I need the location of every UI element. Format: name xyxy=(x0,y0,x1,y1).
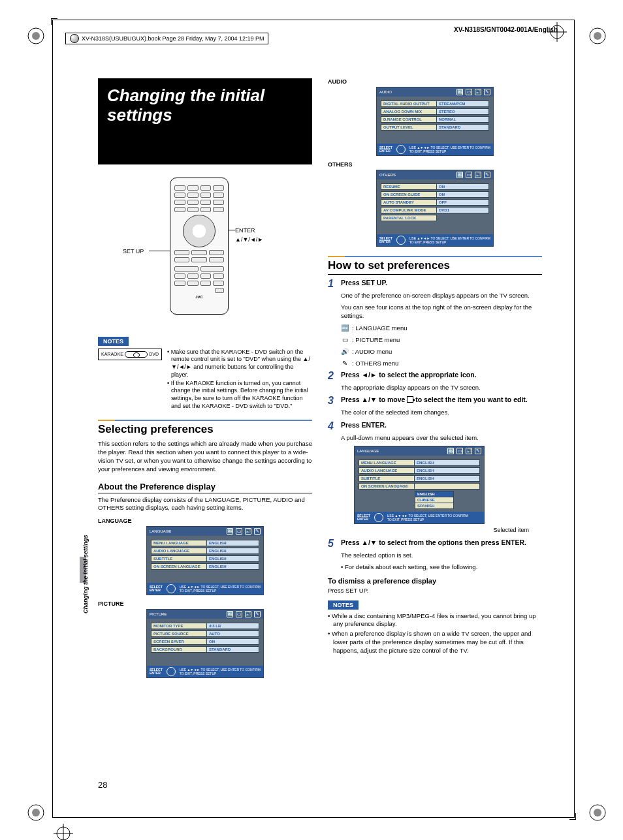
notes-badge: NOTES xyxy=(98,337,129,346)
book-info-text: XV-N318S(USUBUGUX).book Page 28 Friday, … xyxy=(82,35,264,42)
osd-key: ANALOG DOWN MIX xyxy=(381,108,437,115)
osd-key: SCREEN SAVER xyxy=(151,638,207,645)
notes-badge: NOTES xyxy=(328,600,359,610)
step-title: Press ◄/► to select the appropriate icon… xyxy=(341,371,542,379)
osd-key: SUBTITLE xyxy=(359,475,415,482)
osd-val: ENGLISH xyxy=(415,467,480,474)
remote-control-icon: JVC xyxy=(170,178,229,315)
switch-left-label: KARAOKE xyxy=(101,351,123,357)
step-title: Press ▲/▼ to select from the options the… xyxy=(341,538,542,547)
icon-caption: : LANGUAGE menu xyxy=(352,324,407,332)
note-text: • Make sure that the KARAOKE - DVD switc… xyxy=(167,349,312,379)
body-text: The Preference display consists of the L… xyxy=(98,496,312,513)
page-number: 28 xyxy=(98,780,107,790)
subheading-dismiss: To dismiss a preference display xyxy=(328,577,542,585)
subheading-about: About the Preference display xyxy=(98,482,312,493)
osd-hint: TO EXIT, PRESS SETUP xyxy=(180,672,217,676)
picture-icon: ▭ xyxy=(341,335,349,343)
dropdown-option: CHINESE xyxy=(415,497,453,503)
note-text: • If the KARAOKE function is turned on, … xyxy=(167,380,312,411)
osd-key: PARENTAL LOCK xyxy=(381,215,437,221)
osd-key: D.RANGE CONTROL xyxy=(381,116,437,123)
registration-mark-icon xyxy=(26,26,46,46)
svg-point-7 xyxy=(594,809,601,817)
osd-key: AUDIO LANGUAGE xyxy=(151,548,207,554)
osd-val: ON xyxy=(437,191,489,198)
note-text: • While a disc containing MP3/MPEG-4 fil… xyxy=(328,612,542,629)
nav-pad-icon xyxy=(167,584,176,593)
osd-audio: AUDIO 🔤▭🔊✎ DIGITAL AUDIO OUTPUTSTREAM/PC… xyxy=(376,87,494,156)
osd-val: STANDARD xyxy=(207,646,259,653)
audio-icon: 🔊 xyxy=(341,347,349,355)
document-id: XV-N318S/GNT0042-001A/English xyxy=(454,26,558,33)
osd-title: AUDIO xyxy=(379,90,392,94)
body-text: This section refers to the settings whic… xyxy=(98,440,312,473)
nav-pad-icon xyxy=(374,513,383,522)
osd-key: ON SCREEN GUIDE xyxy=(381,191,437,198)
note-row: KARAOKE DVD • Make sure that the KARAOKE… xyxy=(98,349,312,411)
osd-val: ENGLISH xyxy=(415,459,480,466)
right-column: AUDIO AUDIO 🔤▭🔊✎ DIGITAL AUDIO OUTPUTSTR… xyxy=(328,78,542,681)
osd-title: LANGUAGE xyxy=(357,449,379,453)
icon-caption: : OTHERS menu xyxy=(352,360,398,367)
switch-right-label: DVD xyxy=(149,351,159,357)
osd-foot-enter: ENTER xyxy=(379,149,391,153)
menu-label-picture: PICTURE xyxy=(98,600,312,607)
callout-setup: SET UP xyxy=(123,248,144,255)
osd-val: OFF xyxy=(437,199,489,206)
body-text: Press SET UP. xyxy=(328,587,542,595)
osd-val: STANDARD xyxy=(437,124,489,131)
osd-val: STREAM/PCM xyxy=(437,101,489,107)
osd-val: STEREO xyxy=(437,108,489,115)
osd-dropdown-example: LANGUAGE 🔤▭🔊✎ MENU LANGUAGEENGLISH AUDIO… xyxy=(354,446,485,524)
book-icon xyxy=(70,34,79,43)
osd-hint: TO EXIT, PRESS SETUP xyxy=(409,149,447,153)
nav-pad-icon xyxy=(396,236,406,245)
menu-label-others: OTHERS xyxy=(328,161,542,168)
callout-enter: ENTER xyxy=(235,227,255,234)
osd-title: LANGUAGE xyxy=(150,529,171,533)
language-icon: 🔤 xyxy=(341,324,349,332)
step-number: 4 xyxy=(328,421,337,431)
step-list: 1 Press SET UP. One of the preference on… xyxy=(328,279,542,572)
remote-diagram: SET UP ENTER ▲/▼/◄/► JVC xyxy=(118,178,312,328)
chapter-title: Changing the initial settings xyxy=(107,86,303,125)
step-title-part: to select the item you want to edit. xyxy=(415,396,528,403)
step-title: Press ▲/▼ to move to select the item you… xyxy=(341,396,542,404)
svg-point-5 xyxy=(32,809,40,817)
osd-title: PICTURE xyxy=(150,612,167,616)
svg-point-1 xyxy=(32,32,40,40)
chapter-title-block: Changing the initial settings xyxy=(98,78,312,164)
menu-label-audio: AUDIO xyxy=(328,78,542,85)
osd-key: SUBTITLE xyxy=(151,555,207,562)
osd-key: ON SCREEN LANGUAGE xyxy=(151,563,207,570)
book-info-header: XV-N318S(USUBUGUX).book Page 28 Friday, … xyxy=(65,33,268,44)
menu-label-language: LANGUAGE xyxy=(98,518,312,524)
osd-val: NORMAL xyxy=(437,116,489,123)
osd-tab-icons: 🔤▭🔊✎ xyxy=(227,611,261,617)
osd-val: ENGLISH xyxy=(207,555,259,562)
osd-key: OUTPUT LEVEL xyxy=(381,124,437,131)
dropdown-option: SPANISH xyxy=(415,503,453,508)
note-bullets: • While a disc containing MP3/MPEG-4 fil… xyxy=(328,612,542,655)
step-title-part: Press ▲/▼ to move xyxy=(341,396,407,403)
cursor-icon xyxy=(407,396,413,403)
osd-val: ENGLISH xyxy=(415,475,480,482)
step-title: Press SET UP. xyxy=(341,279,542,287)
osd-val: ON xyxy=(207,638,259,645)
osd-val: 4:3 LB xyxy=(207,623,259,629)
osd-dropdown: ENGLISH CHINESE SPANISH xyxy=(415,491,454,509)
osd-val: ENGLISH xyxy=(207,563,259,570)
osd-foot-enter: ENTER xyxy=(379,240,391,243)
registration-mark-icon xyxy=(588,26,607,46)
osd-picture: PICTURE 🔤▭🔊✎ MONITOR TYPE4:3 LB PICTURE … xyxy=(146,609,264,678)
selected-item-label: Selected item xyxy=(328,527,529,533)
icon-caption: : AUDIO menu xyxy=(352,348,392,355)
osd-key: RESUME xyxy=(381,183,437,190)
dropdown-option: ENGLISH xyxy=(415,491,453,497)
callout-arrows: ▲/▼/◄/► xyxy=(235,236,263,243)
osd-val: DVD1 xyxy=(437,207,489,213)
brand-label: JVC xyxy=(170,295,228,299)
step-number: 3 xyxy=(328,396,337,406)
others-icon: ✎ xyxy=(341,359,349,367)
